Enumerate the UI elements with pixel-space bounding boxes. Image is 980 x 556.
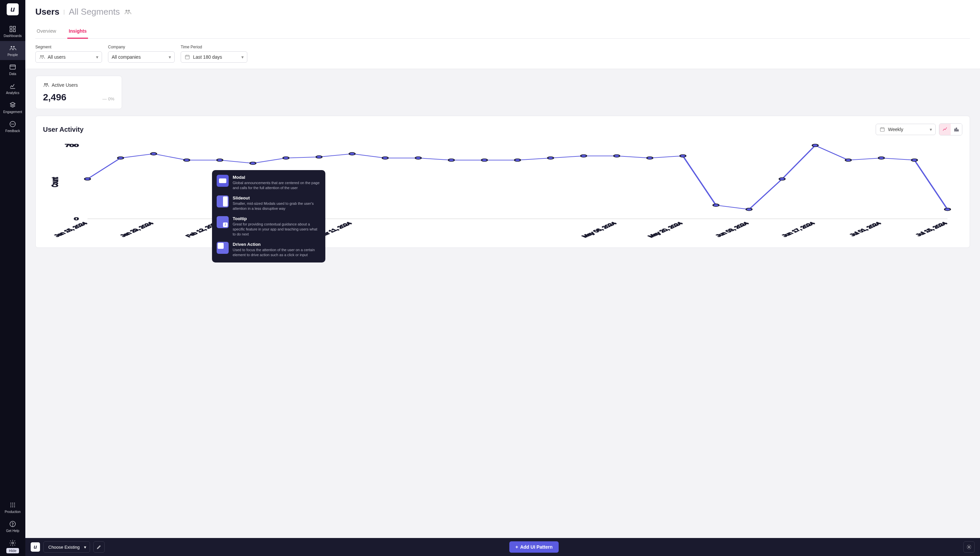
svg-point-37 — [151, 152, 157, 155]
popup-title: Slideout — [233, 196, 321, 200]
svg-point-16 — [14, 504, 15, 506]
chart-type-bar[interactable] — [951, 124, 962, 135]
hide-button[interactable]: Hide — [6, 548, 19, 553]
nav-engagement[interactable]: Engagement — [0, 98, 25, 117]
svg-rect-1 — [13, 26, 15, 28]
filter-bar: Segment All users ▾ Company All companie… — [25, 39, 980, 69]
nav-production[interactable]: Production — [0, 498, 25, 517]
segment-select[interactable]: All users ▾ — [35, 52, 102, 63]
svg-point-15 — [12, 504, 13, 506]
plus-icon: + — [515, 544, 518, 550]
nav-label: Get Help — [6, 529, 19, 533]
nav-help[interactable]: Get Help — [0, 517, 25, 536]
nav-data[interactable]: Data — [0, 60, 25, 79]
popup-desc: Global announcements that are centered o… — [233, 181, 321, 191]
page-title: Users — [35, 6, 59, 17]
sidebar: u Dashboards People Data Analytics Engag… — [0, 0, 25, 556]
svg-point-11 — [10, 503, 11, 504]
chevron-down-icon: ▾ — [169, 54, 171, 60]
analytics-icon — [9, 82, 16, 90]
kpi-title: Active Users — [52, 82, 78, 88]
nav-feedback[interactable]: Feedback — [0, 117, 25, 136]
svg-text:May 20, 2024: May 20, 2024 — [646, 221, 684, 238]
svg-point-41 — [283, 157, 289, 159]
granularity-select[interactable]: Weekly ▾ — [876, 124, 936, 135]
page-subtitle: All Segments — [69, 6, 120, 17]
popup-title: Driven Action — [233, 242, 321, 247]
kpi-value: 2,496 — [43, 92, 66, 103]
svg-point-12 — [12, 503, 13, 504]
svg-point-13 — [14, 503, 15, 504]
popup-driven-action[interactable]: Driven Action Used to focus the attentio… — [217, 242, 321, 258]
period-label: Time Period — [181, 45, 247, 49]
svg-point-9 — [13, 124, 13, 124]
chevron-down-icon: ▾ — [96, 54, 98, 60]
logo[interactable]: u — [6, 3, 19, 15]
svg-point-23 — [126, 10, 127, 12]
chart-card: User Activity Weekly ▾ — [35, 116, 970, 248]
svg-point-53 — [680, 154, 686, 157]
nav-label: Engagement — [3, 110, 23, 114]
popup-modal[interactable]: Modal Global announcements that are cent… — [217, 175, 321, 191]
user-activity-chart: 0700CountJan 15, 2024Jan 29, 2024Feb 12,… — [43, 139, 962, 239]
svg-point-29 — [46, 83, 48, 85]
popup-title: Modal — [233, 175, 321, 180]
nav-people[interactable]: People — [0, 41, 25, 60]
svg-point-49 — [548, 157, 554, 159]
company-value: All companies — [112, 54, 141, 60]
period-select[interactable]: Last 180 days ▾ — [181, 52, 247, 63]
svg-rect-2 — [10, 30, 12, 32]
add-ui-pattern-button[interactable]: + Add UI Pattern — [509, 541, 558, 553]
edit-button[interactable] — [93, 541, 105, 553]
svg-point-60 — [911, 159, 917, 162]
company-select[interactable]: All companies ▾ — [108, 52, 175, 63]
popup-desc: Used to focus the attention of the user … — [233, 247, 321, 258]
nav-analytics[interactable]: Analytics — [0, 79, 25, 98]
svg-point-76 — [968, 546, 970, 548]
svg-text:0: 0 — [74, 217, 79, 221]
driven-action-icon — [217, 242, 229, 254]
settings-button[interactable] — [963, 541, 975, 553]
people-icon — [43, 82, 49, 88]
chevron-down-icon: ▾ — [241, 54, 244, 60]
nav-label: Data — [9, 72, 16, 76]
popup-title: Tooltip — [233, 216, 321, 221]
svg-text:Jan 15, 2024: Jan 15, 2024 — [52, 221, 89, 238]
feedback-icon — [9, 120, 16, 128]
svg-point-26 — [42, 55, 44, 57]
data-icon — [9, 63, 16, 71]
svg-rect-32 — [956, 128, 957, 131]
svg-point-18 — [12, 506, 13, 507]
gear-icon — [966, 544, 972, 550]
svg-point-24 — [128, 10, 130, 12]
svg-point-56 — [779, 178, 785, 181]
tab-insights[interactable]: Insights — [67, 25, 88, 38]
svg-point-44 — [382, 157, 388, 159]
chart-type-line[interactable] — [939, 124, 951, 135]
svg-point-59 — [878, 157, 884, 159]
svg-point-39 — [217, 159, 222, 162]
header: Users | All Segments Overview Insights — [25, 0, 980, 39]
choose-existing-button[interactable]: Choose Existing ▾ — [44, 541, 90, 553]
popup-tooltip[interactable]: i Tooltip Great for providing contextual… — [217, 216, 321, 237]
calendar-icon — [184, 54, 190, 60]
svg-text:Jun 03, 2024: Jun 03, 2024 — [714, 221, 751, 238]
svg-point-22 — [12, 542, 14, 544]
nav-dashboards[interactable]: Dashboards — [0, 22, 25, 41]
svg-point-45 — [415, 157, 421, 159]
nav-label: People — [7, 53, 18, 57]
pattern-popup: Modal Global announcements that are cent… — [212, 170, 326, 262]
svg-point-48 — [515, 159, 521, 162]
nav-settings[interactable] — [0, 536, 25, 548]
svg-rect-33 — [957, 130, 958, 131]
svg-text:Jul 01, 2024: Jul 01, 2024 — [848, 221, 883, 237]
tooltip-icon: i — [217, 216, 229, 228]
segment-label: Segment — [35, 45, 102, 49]
segment-value: All users — [48, 54, 66, 60]
popup-slideout[interactable]: Slideout Smaller, mid-sized Modals used … — [217, 196, 321, 212]
svg-rect-27 — [185, 55, 189, 59]
nav-label: Dashboards — [4, 34, 22, 38]
svg-point-55 — [746, 208, 752, 211]
tab-overview[interactable]: Overview — [35, 25, 57, 38]
bottom-logo[interactable]: u — [31, 542, 40, 552]
